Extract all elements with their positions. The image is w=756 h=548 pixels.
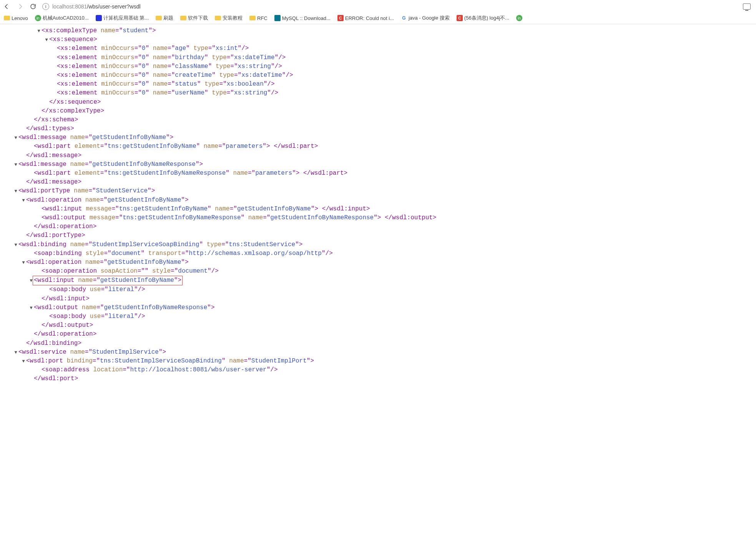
xml-line: ▼<wsdl:portType name="StudentService">: [5, 187, 751, 195]
xml-node[interactable]: <xs:element minOccurs="0" name="status" …: [57, 80, 275, 89]
xml-node[interactable]: <soap:binding style="document" transport…: [34, 249, 333, 258]
collapse-toggle-icon[interactable]: ▼: [13, 135, 18, 141]
collapse-toggle-icon[interactable]: ▼: [21, 260, 26, 266]
device-toggle-icon[interactable]: [743, 3, 751, 10]
bookmark-icon: [96, 15, 102, 21]
xml-node[interactable]: <xs:element minOccurs="0" name="age" typ…: [57, 44, 249, 53]
xml-node[interactable]: <wsdl:message name="getStudentInfoByName…: [18, 160, 203, 169]
bookmark-icon: [249, 16, 256, 20]
bookmark-item[interactable]: Gjava - Google 搜索: [401, 15, 450, 22]
xml-node[interactable]: </wsdl:input>: [42, 295, 90, 303]
collapse-toggle-icon[interactable]: ▼: [13, 242, 18, 248]
bookmark-item[interactable]: C(56条消息) log4j不...: [457, 15, 509, 22]
xml-node[interactable]: <wsdl:service name="StudentImplService">: [18, 348, 166, 357]
xml-line: </xs:schema>: [5, 116, 751, 124]
xml-node[interactable]: <wsdl:input name="getStudentInfoByName">: [33, 276, 183, 285]
xml-node[interactable]: </wsdl:operation>: [34, 330, 96, 339]
xml-line: <soap:operation soapAction="" style="doc…: [5, 267, 751, 276]
bookmark-icon: G: [401, 15, 407, 21]
xml-node[interactable]: <wsdl:part element="tns:getStudentInfoBy…: [34, 142, 318, 151]
xml-node[interactable]: <wsdl:binding name="StudentImplServiceSo…: [18, 240, 302, 249]
xml-line: <soap:binding style="document" transport…: [5, 249, 751, 258]
xml-node[interactable]: <wsdl:input message="tns:getStudentInfoB…: [42, 205, 370, 214]
xml-node[interactable]: </wsdl:message>: [26, 151, 81, 160]
bookmark-item[interactable]: in: [516, 15, 524, 21]
xml-node[interactable]: <soap:operation soapAction="" style="doc…: [42, 267, 219, 276]
forward-button[interactable]: [16, 3, 24, 10]
xml-node[interactable]: </wsdl:operation>: [34, 222, 96, 231]
bookmark-label: 安装教程: [223, 15, 243, 22]
xml-node[interactable]: <wsdl:output message="tns:getStudentInfo…: [42, 214, 436, 222]
xml-node[interactable]: <xs:element minOccurs="0" name="createTi…: [57, 71, 293, 80]
xml-node[interactable]: </xs:schema>: [34, 116, 78, 124]
xml-line: </xs:complexType>: [5, 107, 751, 116]
collapse-toggle-icon[interactable]: ▼: [21, 197, 26, 204]
bookmark-icon: [215, 16, 221, 20]
xml-node[interactable]: <wsdl:operation name="getStudentInfoByNa…: [26, 196, 189, 205]
bookmark-item[interactable]: 刷题: [156, 15, 173, 22]
xml-node[interactable]: <xs:element minOccurs="0" name="classNam…: [57, 62, 282, 71]
xml-node[interactable]: </wsdl:output>: [42, 321, 93, 330]
bookmark-icon: in: [35, 15, 41, 21]
xml-node[interactable]: <xs:element minOccurs="0" name="userName…: [57, 89, 278, 98]
xml-line: <xs:element minOccurs="0" name="classNam…: [5, 62, 751, 71]
xml-node[interactable]: </xs:complexType>: [42, 107, 104, 116]
collapse-toggle-icon[interactable]: ▼: [13, 349, 18, 356]
collapse-toggle-icon[interactable]: ▼: [44, 37, 49, 43]
bookmark-item[interactable]: MySQL :: Download...: [274, 15, 331, 21]
bookmark-icon: in: [516, 15, 522, 21]
bookmark-item[interactable]: CERROR: Could not i...: [337, 15, 394, 21]
reload-button[interactable]: [29, 3, 37, 10]
xml-node[interactable]: <wsdl:operation name="getStudentInfoByNa…: [26, 258, 189, 267]
xml-node[interactable]: <wsdl:output name="getStudentInfoByNameR…: [34, 303, 215, 312]
bookmark-item[interactable]: 软件下载: [180, 15, 208, 22]
xml-node[interactable]: <soap:address location="http://localhost…: [42, 366, 278, 374]
bookmark-item[interactable]: RFC: [249, 15, 268, 21]
xml-line: </wsdl:operation>: [5, 330, 751, 339]
xml-node[interactable]: </wsdl:message>: [26, 178, 81, 187]
xml-node[interactable]: <wsdl:message name="getStudentInfoByName…: [18, 133, 173, 142]
address-bar[interactable]: i localhost:8081/wbs/user-server?wsdl: [42, 3, 738, 10]
xml-line: </wsdl:operation>: [5, 222, 751, 231]
xml-node[interactable]: </wsdl:port>: [34, 374, 78, 383]
xml-line: ▼<xs:complexType name="student">: [5, 26, 751, 35]
xml-node[interactable]: <soap:body use="literal"/>: [49, 312, 145, 321]
xml-node[interactable]: </wsdl:types>: [26, 124, 74, 133]
url-text: localhost:8081/wbs/user-server?wsdl: [52, 3, 141, 10]
xml-node[interactable]: <xs:sequence>: [49, 35, 97, 44]
xml-line: <wsdl:output message="tns:getStudentInfo…: [5, 214, 751, 222]
xml-line: <soap:body use="literal"/>: [5, 312, 751, 321]
bookmark-item[interactable]: in机械AutoCAD2010...: [35, 15, 89, 22]
collapse-toggle-icon[interactable]: ▼: [28, 305, 34, 311]
collapse-toggle-icon[interactable]: ▼: [13, 188, 18, 195]
bookmark-label: java - Google 搜索: [409, 15, 450, 22]
bookmark-icon: [156, 16, 162, 20]
bookmark-label: 刷题: [163, 15, 173, 22]
xml-node[interactable]: <wsdl:part element="tns:getStudentInfoBy…: [34, 169, 347, 178]
collapse-toggle-icon[interactable]: ▼: [13, 162, 18, 168]
bookmark-label: Lenovo: [12, 15, 28, 21]
bookmark-item[interactable]: Lenovo: [4, 15, 28, 21]
xml-node[interactable]: <wsdl:portType name="StudentService">: [18, 187, 155, 195]
info-icon[interactable]: i: [42, 3, 49, 10]
xml-line: </wsdl:message>: [5, 151, 751, 160]
xml-tree-view: ▼<xs:complexType name="student">▼<xs:seq…: [0, 24, 756, 391]
xml-node[interactable]: </xs:sequence>: [49, 98, 101, 107]
bookmark-label: ERROR: Could not i...: [345, 15, 394, 21]
bookmark-item[interactable]: 安装教程: [215, 15, 243, 22]
xml-node[interactable]: </wsdl:portType>: [26, 231, 85, 240]
xml-node[interactable]: <xs:complexType name="student">: [42, 26, 156, 35]
xml-node[interactable]: <soap:body use="literal"/>: [49, 285, 145, 294]
xml-node[interactable]: <xs:element minOccurs="0" name="birthday…: [57, 53, 286, 62]
collapse-toggle-icon[interactable]: ▼: [21, 358, 26, 365]
xml-line: <xs:element minOccurs="0" name="userName…: [5, 89, 751, 98]
browser-toolbar: i localhost:8081/wbs/user-server?wsdl: [0, 0, 756, 13]
back-button[interactable]: [3, 3, 11, 10]
xml-line: <soap:address location="http://localhost…: [5, 366, 751, 374]
bookmark-icon: C: [337, 15, 344, 21]
bookmark-icon: C: [457, 15, 463, 21]
bookmark-item[interactable]: 计算机应用基础 第...: [96, 15, 149, 22]
collapse-toggle-icon[interactable]: ▼: [36, 28, 42, 35]
xml-node[interactable]: <wsdl:port binding="tns:StudentImplServi…: [26, 357, 314, 366]
xml-node[interactable]: </wsdl:binding>: [26, 339, 81, 348]
